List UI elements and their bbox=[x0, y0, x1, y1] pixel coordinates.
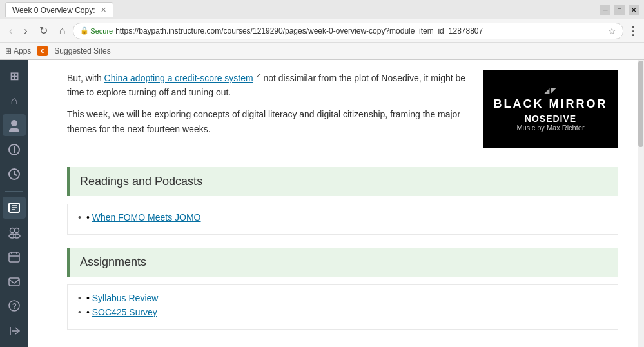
sidebar-icon-people[interactable] bbox=[3, 221, 26, 243]
bullet-icon: • bbox=[86, 293, 92, 303]
assignments-list: • Syllabus Review • SOC425 Survey bbox=[78, 293, 607, 317]
readings-section-header: Readings and Podcasts bbox=[67, 167, 618, 196]
readings-list: • When FOMO Meets JOMO bbox=[78, 212, 607, 223]
bookmarks-bar: ⊞ Apps c Suggested Sites bbox=[0, 43, 644, 59]
sidebar-icon-notifications[interactable] bbox=[3, 139, 26, 161]
address-bar[interactable]: 🔒 Secure https://baypath.instructure.com… bbox=[73, 23, 623, 39]
scrollbar-track[interactable] bbox=[638, 60, 644, 347]
assignments-section-header: Assignments bbox=[67, 248, 618, 277]
window-controls: ─ □ ✕ bbox=[600, 5, 639, 15]
sidebar-icon-grid[interactable]: ⊞ bbox=[3, 65, 26, 87]
assignments-content-box: • Syllabus Review • SOC425 Survey bbox=[67, 284, 618, 330]
readings-content-box: • When FOMO Meets JOMO bbox=[67, 204, 618, 235]
title-bar: Week 0 Overview Copy: ✕ ─ □ ✕ bbox=[0, 0, 644, 19]
sidebar-icon-courses[interactable] bbox=[3, 197, 26, 219]
tab-close-button[interactable]: ✕ bbox=[101, 6, 106, 14]
page-content: ◢◤ BLACK MIRROR NOSEDIVE Music by Max Ri… bbox=[28, 60, 644, 347]
sidebar-icon-calendar[interactable] bbox=[3, 246, 26, 268]
canvas-logo: c bbox=[37, 46, 48, 56]
bullet-icon: • bbox=[86, 307, 92, 317]
home-button[interactable]: ⌂ bbox=[55, 24, 70, 38]
list-item: • When FOMO Meets JOMO bbox=[78, 212, 607, 223]
main-layout: ⊞ ⌂ ? bbox=[0, 60, 644, 347]
bm-logo-text: ◢◤ bbox=[544, 86, 557, 95]
bullet-icon: • bbox=[86, 212, 92, 223]
minimize-button[interactable]: ─ bbox=[600, 5, 610, 15]
svg-line-6 bbox=[14, 174, 17, 175]
china-credit-link[interactable]: China adopting a credit-score system bbox=[104, 73, 253, 83]
apps-label: Apps bbox=[14, 46, 31, 55]
grid-apps-icon: ⊞ bbox=[5, 46, 12, 55]
suggested-sites-link[interactable]: Suggested Sites bbox=[54, 46, 110, 55]
sidebar-icon-inbox[interactable] bbox=[3, 270, 26, 292]
svg-text:?: ? bbox=[12, 302, 17, 311]
svg-point-1 bbox=[9, 128, 19, 132]
readings-title: Readings and Podcasts bbox=[80, 175, 608, 188]
sidebar-icon-home[interactable]: ⌂ bbox=[3, 90, 26, 112]
browser-toolbar: ‹ › ↻ ⌂ 🔒 Secure https://baypath.instruc… bbox=[0, 19, 644, 43]
sidebar-icon-clock[interactable] bbox=[3, 163, 26, 185]
sidebar: ⊞ ⌂ ? bbox=[0, 60, 28, 347]
apps-button[interactable]: ⊞ Apps bbox=[5, 46, 31, 55]
list-item: • Syllabus Review bbox=[78, 293, 607, 303]
browser-tab[interactable]: Week 0 Overview Copy: ✕ bbox=[5, 2, 113, 17]
secure-badge: 🔒 Secure bbox=[80, 26, 113, 35]
scrollbar-thumb[interactable] bbox=[638, 61, 643, 147]
url-display: https://baypath.instructure.com/courses/… bbox=[115, 26, 608, 35]
black-mirror-image-container: ◢◤ BLACK MIRROR NOSEDIVE Music by Max Ri… bbox=[483, 70, 618, 148]
bm-title-text: BLACK MIRROR bbox=[494, 97, 608, 111]
svg-rect-15 bbox=[9, 253, 19, 262]
bookmark-star-button[interactable]: ☆ bbox=[608, 26, 616, 36]
maximize-button[interactable]: □ bbox=[614, 5, 625, 15]
fomo-jomo-link[interactable]: When FOMO Meets JOMO bbox=[92, 212, 201, 223]
svg-point-12 bbox=[15, 228, 19, 232]
sidebar-divider-1 bbox=[5, 191, 23, 192]
sidebar-icon-help[interactable]: ? bbox=[3, 295, 26, 317]
lock-icon: 🔒 bbox=[80, 26, 89, 35]
black-mirror-image: ◢◤ BLACK MIRROR NOSEDIVE Music by Max Ri… bbox=[483, 70, 618, 148]
reload-button[interactable]: ↻ bbox=[35, 23, 52, 38]
svg-rect-19 bbox=[9, 278, 19, 286]
bm-music-text: Music by Max Richter bbox=[516, 124, 584, 132]
tab-title: Week 0 Overview Copy: bbox=[12, 6, 95, 15]
browser-menu-button[interactable]: ⋮ bbox=[627, 24, 639, 38]
assignments-title: Assignments bbox=[80, 255, 608, 269]
sidebar-icon-exit[interactable] bbox=[3, 319, 26, 342]
forward-button[interactable]: › bbox=[20, 24, 31, 38]
content-area[interactable]: ◢◤ BLACK MIRROR NOSEDIVE Music by Max Ri… bbox=[28, 60, 644, 347]
list-item: • SOC425 Survey bbox=[78, 307, 607, 317]
syllabus-review-link[interactable]: Syllabus Review bbox=[92, 293, 159, 303]
svg-point-14 bbox=[14, 234, 20, 238]
svg-point-0 bbox=[11, 120, 17, 126]
close-button[interactable]: ✕ bbox=[629, 5, 639, 15]
soc425-survey-link[interactable]: SOC425 Survey bbox=[92, 307, 157, 317]
svg-point-11 bbox=[10, 228, 15, 232]
bm-subtitle-text: NOSEDIVE bbox=[525, 114, 576, 124]
sidebar-icon-avatar[interactable] bbox=[3, 114, 26, 136]
back-button[interactable]: ‹ bbox=[5, 24, 16, 38]
